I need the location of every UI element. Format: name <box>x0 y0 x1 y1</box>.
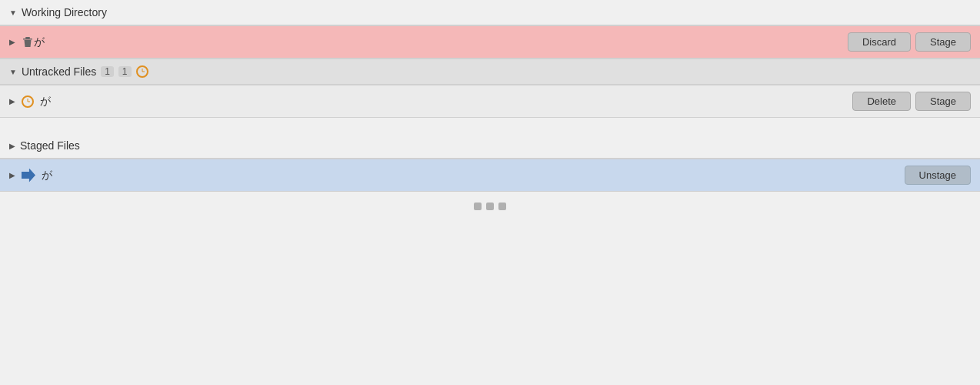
staged-file-row: ▶ が Unstage <box>0 159 980 192</box>
svg-rect-1 <box>23 38 32 40</box>
clock-icon-file <box>22 95 34 108</box>
deleted-file-row: ▶ が Discard Stage <box>0 25 980 59</box>
delete-button[interactable]: Delete <box>852 92 911 111</box>
staged-file-actions: Unstage <box>905 166 971 185</box>
untracked-file-name: が <box>40 95 852 109</box>
untracked-file-actions: Delete Stage <box>852 92 971 111</box>
staged-arrow-icon <box>22 169 35 182</box>
deleted-file-name: が <box>34 35 848 49</box>
staged-file-expand[interactable]: ▶ <box>9 171 15 179</box>
untracked-files-label: Untracked Files <box>22 65 96 78</box>
stage-button-deleted[interactable]: Stage <box>915 32 971 52</box>
discard-button[interactable]: Discard <box>848 32 911 52</box>
svg-rect-2 <box>27 41 28 45</box>
working-directory-header: ▼ Working Directory <box>0 0 980 25</box>
untracked-file-expand[interactable]: ▶ <box>9 97 15 105</box>
staged-file-name: が <box>42 169 905 182</box>
pagination-dot-3[interactable] <box>498 203 506 210</box>
untracked-file-row: ▶ が Delete Stage <box>0 85 980 118</box>
untracked-count-1: 1 <box>101 66 114 77</box>
pagination-dots <box>0 192 980 221</box>
working-directory-title: Working Directory <box>22 6 107 18</box>
untracked-files-chevron[interactable]: ▼ <box>9 68 17 76</box>
pagination-dot-1[interactable] <box>474 203 482 210</box>
stage-button-untracked[interactable]: Stage <box>915 92 971 111</box>
working-directory-chevron[interactable]: ▼ <box>9 8 17 17</box>
staged-files-title: Staged Files <box>20 139 80 152</box>
unstage-button[interactable]: Unstage <box>905 166 971 185</box>
deleted-file-expand[interactable]: ▶ <box>9 38 15 46</box>
untracked-count-2: 1 <box>118 66 132 77</box>
staged-files-header: ▶ Staged Files <box>0 133 980 159</box>
section-gap <box>0 118 980 133</box>
deleted-file-actions: Discard Stage <box>848 32 971 52</box>
pagination-dot-2[interactable] <box>486 203 494 210</box>
untracked-files-header: ▼ Untracked Files 1 1 <box>0 59 980 85</box>
staged-files-chevron[interactable]: ▶ <box>9 142 15 150</box>
svg-rect-3 <box>28 41 29 45</box>
svg-rect-0 <box>25 37 30 38</box>
trash-icon <box>22 36 34 49</box>
clock-icon-header <box>136 65 148 78</box>
